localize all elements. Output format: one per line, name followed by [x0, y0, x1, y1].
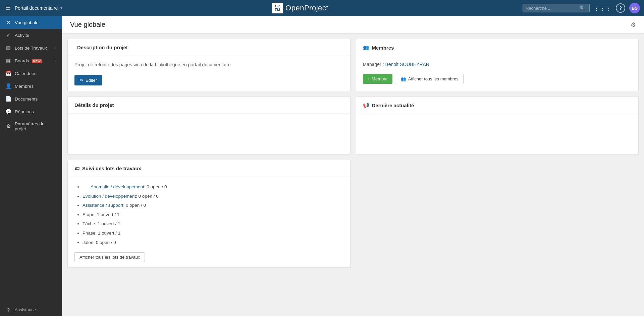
add-member-button[interactable]: + Membre — [363, 74, 392, 84]
description-card: Description du projet Projet de refonte … — [67, 39, 351, 91]
sidebar-item-boards[interactable]: ▦ Boards NEW › — [0, 54, 62, 67]
list-item: Evolution / développement: 0 open / 0 — [83, 192, 343, 201]
list-item: Tâche: 1 ouvert / 1 — [83, 219, 343, 229]
manager-label: Manager : Benoit SOUBEYRAN — [363, 62, 632, 67]
app-logo: UP EM OpenProject — [272, 3, 328, 13]
lots-travaux-icon: ▤ — [5, 45, 11, 51]
membres-icon: 👤 — [5, 83, 11, 89]
phase-stats: : 1 ouvert / 1 — [95, 231, 120, 236]
evolution-link[interactable]: Evolution / développement — [83, 194, 136, 199]
help-button[interactable]: ? — [616, 3, 625, 13]
avatar[interactable]: BS — [629, 3, 640, 13]
project-chevron[interactable]: ▾ — [60, 6, 62, 10]
vue-globale-icon: ⊙ — [5, 19, 11, 25]
grid-icon[interactable]: ⋮⋮⋮ — [594, 4, 612, 12]
sidebar-item-activite[interactable]: ✓ Activité — [0, 29, 62, 42]
derniere-card-body — [356, 114, 639, 154]
suivi-card-title: Suivi des lots de travaux — [82, 166, 141, 171]
evolution-stats: : 0 open / 0 — [136, 194, 159, 199]
show-members-label: Afficher tous les membres — [408, 76, 459, 81]
jalon-stats: : 0 open / 0 — [93, 240, 116, 245]
sidebar-item-vue-globale[interactable]: ⊙ Vue globale — [0, 16, 62, 29]
description-card-title: Description du projet — [77, 45, 128, 50]
main-content: Vue globale ⚙ Description du projet Proj… — [62, 16, 644, 316]
help-icon: ? — [619, 5, 622, 11]
documents-icon: 📄 — [5, 96, 11, 102]
membres-card-header: 👥 Membres — [356, 39, 639, 56]
sidebar-item-parametres[interactable]: ⚙ Paramètres du projet — [0, 118, 62, 135]
assistance-stats: : 0 open / 0 — [123, 203, 146, 208]
sidebar-item-label: Réunions — [15, 109, 34, 114]
list-item: Anomalie / développement: 0 open / 0 — [83, 182, 343, 192]
megaphone-icon: 📢 — [363, 102, 369, 108]
list-item: Phase: 1 ouvert / 1 — [83, 229, 343, 238]
description-card-header: Description du projet — [68, 39, 350, 56]
tache-label: Tâche — [83, 221, 95, 226]
membre-actions: + Membre 👥 Afficher tous les membres — [363, 74, 632, 84]
topnav: ☰ Portail documentaire ▾ UP EM OpenProje… — [0, 0, 644, 16]
description-card-body: Projet de refonte des pages web de la bi… — [68, 56, 350, 91]
etape-stats: : 1 ouvert / 1 — [94, 212, 119, 217]
sidebar-item-label: Membres — [15, 84, 34, 89]
main-grid: Description du projet Projet de refonte … — [62, 34, 644, 273]
reunions-icon: 💬 — [5, 109, 11, 115]
sidebar-item-label: Assistance — [15, 307, 36, 312]
sidebar-item-label: Activité — [15, 33, 30, 38]
assistance-link[interactable]: Assistance / support — [83, 203, 123, 208]
tache-stats: : 1 ouvert / 1 — [95, 221, 120, 226]
boards-icon: ▦ — [5, 58, 11, 64]
sidebar-item-assistance[interactable]: ? Assistance — [0, 304, 62, 316]
show-all-label: Afficher tous les lots de travaux — [79, 255, 140, 260]
details-card-header: Détails du projet — [68, 97, 350, 114]
edit-button[interactable]: ✏ Éditer — [74, 75, 102, 85]
sidebar-item-reunions[interactable]: 💬 Réunions — [0, 105, 62, 118]
edit-button-label: Éditer — [86, 78, 97, 83]
logo-emblem: UP EM — [272, 3, 283, 13]
calendrier-icon: 📅 — [5, 70, 11, 76]
logo-text: OpenProject — [285, 4, 328, 12]
chevron-right-icon: › — [55, 46, 57, 50]
sidebar-item-membres[interactable]: 👤 Membres — [0, 80, 62, 92]
topnav-center: UP EM OpenProject — [78, 3, 523, 13]
suivi-card-body: Anomalie / développement: 0 open / 0 Evo… — [68, 177, 350, 267]
details-card-title: Détails du projet — [74, 102, 114, 108]
search-input[interactable] — [526, 6, 579, 11]
list-item: Jalon: 0 open / 0 — [83, 238, 343, 247]
menu-icon[interactable]: ☰ — [4, 3, 12, 13]
project-name[interactable]: Portail documentaire — [15, 5, 58, 11]
phase-label: Phase — [83, 231, 95, 236]
pencil-icon: ✏ — [80, 78, 84, 83]
settings-gear-icon[interactable]: ⚙ — [631, 21, 636, 28]
list-item: Etape: 1 ouvert / 1 — [83, 210, 343, 219]
sidebar-item-label: Boards NEW — [15, 58, 42, 63]
membres-icon: 👥 — [363, 45, 369, 51]
sidebar-item-label: Documents — [15, 97, 38, 102]
plus-icon: + — [368, 76, 370, 81]
sidebar-item-calendrier[interactable]: 📅 Calendrier — [0, 67, 62, 80]
suivi-card: 🏷 Suivi des lots de travaux Anomalie / d… — [67, 160, 351, 268]
suivi-card-header: 🏷 Suivi des lots de travaux — [68, 160, 350, 177]
derniere-card: 📢 Dernière actualité — [356, 97, 639, 154]
main-header: Vue globale ⚙ — [62, 16, 644, 34]
sidebar-footer: ? Assistance — [0, 304, 62, 316]
sidebar-item-documents[interactable]: 📄 Documents — [0, 92, 62, 105]
show-all-button[interactable]: Afficher tous les lots de travaux — [74, 252, 145, 262]
page-title: Vue globale — [70, 21, 105, 28]
tag-icon: 🏷 — [74, 166, 79, 171]
sidebar-item-lots-travaux[interactable]: ▤ Lots de Travaux › — [0, 42, 62, 54]
search-box[interactable]: 🔍 — [523, 4, 590, 12]
topnav-right: 🔍 ⋮⋮⋮ ? BS — [523, 3, 640, 13]
topnav-left: ☰ Portail documentaire ▾ — [4, 3, 78, 13]
anomalie-link[interactable]: Anomalie / développement — [83, 184, 144, 189]
derniere-card-header: 📢 Dernière actualité — [356, 97, 639, 114]
assistance-icon: ? — [5, 307, 11, 313]
details-card: Détails du projet — [67, 97, 351, 154]
show-members-button[interactable]: 👥 Afficher tous les membres — [396, 74, 464, 84]
sidebar-item-label: Calendrier — [15, 71, 36, 76]
manager-link[interactable]: Benoit SOUBEYRAN — [385, 62, 429, 67]
layout: ⊙ Vue globale ✓ Activité ▤ Lots de Trava… — [0, 16, 644, 316]
add-member-label: Membre — [372, 76, 388, 81]
etape-label: Etape — [83, 212, 94, 217]
description-text: Projet de refonte des pages web de la bi… — [74, 61, 343, 68]
activite-icon: ✓ — [5, 32, 11, 38]
